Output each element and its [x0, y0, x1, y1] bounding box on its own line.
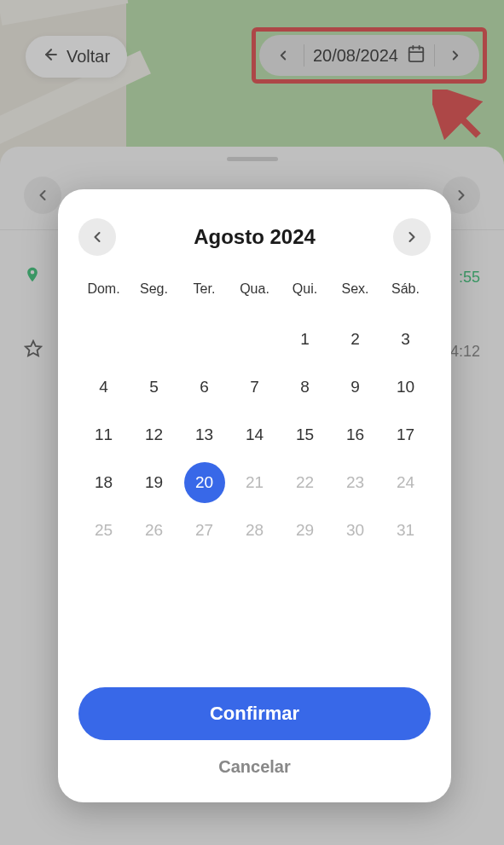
calendar-day-cell[interactable]: 10: [380, 367, 431, 408]
calendar-empty-cell: [78, 319, 129, 360]
calendar-empty-cell: [129, 319, 179, 360]
calendar-day-cell[interactable]: 20: [179, 462, 229, 503]
calendar-day-cell[interactable]: 4: [78, 367, 129, 408]
calendar-day-cell: 27: [179, 510, 229, 551]
calendar-empty-cell: [229, 319, 280, 360]
calendar-day-cell: 31: [380, 510, 431, 551]
calendar-empty-cell: [179, 319, 229, 360]
calendar-grid: Dom.Seg.Ter.Qua.Qui.Sex.Sáb.123456789101…: [78, 281, 431, 551]
calendar-day-cell[interactable]: 14: [229, 414, 280, 455]
calendar-weekday-label: Sex.: [330, 281, 380, 312]
calendar-next-month-button[interactable]: [393, 218, 431, 256]
calendar-day-cell[interactable]: 16: [330, 414, 380, 455]
calendar-day-cell[interactable]: 12: [129, 414, 179, 455]
calendar-weekday-label: Seg.: [129, 281, 179, 312]
calendar-weekday-label: Qua.: [229, 281, 280, 312]
calendar-day-cell[interactable]: 6: [179, 367, 229, 408]
calendar-day-cell[interactable]: 1: [280, 319, 330, 360]
calendar-modal: Agosto 2024 Dom.Seg.Ter.Qua.Qui.Sex.Sáb.…: [58, 189, 451, 802]
calendar-day-cell[interactable]: 9: [330, 367, 380, 408]
calendar-month-title: Agosto 2024: [194, 225, 316, 249]
confirm-button[interactable]: Confirmar: [78, 687, 431, 740]
calendar-day-cell: 28: [229, 510, 280, 551]
calendar-day-cell: 21: [229, 462, 280, 503]
calendar-day-cell[interactable]: 5: [129, 367, 179, 408]
calendar-day-cell[interactable]: 19: [129, 462, 179, 503]
calendar-day-cell: 29: [280, 510, 330, 551]
calendar-weekday-label: Qui.: [280, 281, 330, 312]
cancel-button[interactable]: Cancelar: [218, 757, 291, 777]
calendar-day-cell: 24: [380, 462, 431, 503]
calendar-weekday-label: Dom.: [78, 281, 129, 312]
calendar-day-cell[interactable]: 7: [229, 367, 280, 408]
calendar-day-cell[interactable]: 18: [78, 462, 129, 503]
calendar-weekday-label: Sáb.: [380, 281, 431, 312]
calendar-day-cell[interactable]: 15: [280, 414, 330, 455]
calendar-day-cell: 25: [78, 510, 129, 551]
calendar-day-cell: 22: [280, 462, 330, 503]
calendar-day-cell[interactable]: 17: [380, 414, 431, 455]
calendar-day-cell[interactable]: 13: [179, 414, 229, 455]
calendar-prev-month-button[interactable]: [78, 218, 116, 256]
calendar-day-cell: 23: [330, 462, 380, 503]
calendar-day-cell: 26: [129, 510, 179, 551]
calendar-day-cell[interactable]: 2: [330, 319, 380, 360]
calendar-day-cell[interactable]: 11: [78, 414, 129, 455]
calendar-day-cell[interactable]: 8: [280, 367, 330, 408]
calendar-day-cell: 30: [330, 510, 380, 551]
calendar-day-cell[interactable]: 3: [380, 319, 431, 360]
calendar-weekday-label: Ter.: [179, 281, 229, 312]
